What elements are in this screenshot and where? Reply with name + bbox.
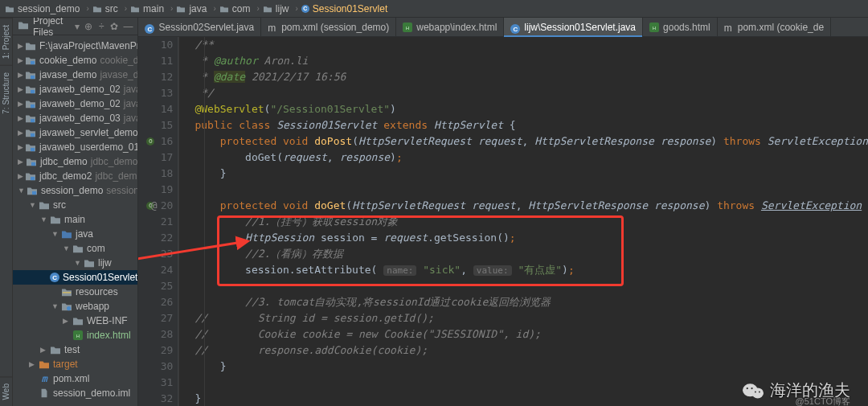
code-line[interactable]: @WebServlet("/Session01Servlet") xyxy=(194,101,868,117)
code-line[interactable]: //3. tomcat自动实现,将sessionId通过cookie返回给浏览器 xyxy=(194,294,868,310)
svg-text:H: H xyxy=(406,26,409,31)
project-sidebar: Project Files ▾ ⊕ ÷ ✿ — ▶F:\javaProject\… xyxy=(13,18,138,406)
tree-item[interactable]: ▼session_demosession_demo xyxy=(13,183,137,198)
tree-item[interactable]: session_demo.iml xyxy=(13,386,137,400)
tree-item[interactable]: ▼lijw xyxy=(13,256,137,270)
code-line[interactable]: //1.（挂号）获取session对象 xyxy=(194,214,868,230)
tool-web-tab[interactable]: Web xyxy=(0,376,12,406)
tree-item[interactable]: ▶target xyxy=(13,357,137,371)
class-icon: C xyxy=(145,23,154,32)
code-line[interactable]: // response.addCookie(cookie); xyxy=(194,342,868,359)
tool-project-tab[interactable]: 1: Project xyxy=(0,18,12,65)
tree-item[interactable]: ▼src xyxy=(13,198,137,212)
folderSemi-icon xyxy=(25,55,36,65)
breadcrumb-item[interactable]: com xyxy=(219,3,251,14)
code-area[interactable]: 101112131415o16171819o@20212223242526272… xyxy=(138,37,868,406)
tree-item[interactable]: ▶jdbc_demo2jdbc_demo2 xyxy=(13,169,137,183)
code-line[interactable]: //2.（看病）存数据 xyxy=(194,246,868,262)
svg-rect-1 xyxy=(31,76,35,79)
divide-icon[interactable]: ÷ xyxy=(97,21,105,32)
editor-tab[interactable]: Hgoods.html xyxy=(643,18,718,36)
code-line[interactable]: doGet(request, response); xyxy=(194,150,868,166)
svg-rect-10 xyxy=(63,292,71,293)
tree-item[interactable]: ▶jdbc_demojdbc_demo xyxy=(13,154,137,169)
tree-item[interactable]: ▼java xyxy=(13,227,137,241)
tree-item[interactable]: ▼com xyxy=(13,241,137,256)
breadcrumb-item[interactable]: src xyxy=(92,3,118,14)
editor-tab[interactable]: Clijw\Session01Servlet.java xyxy=(504,18,643,36)
folderSemi-icon xyxy=(25,84,36,94)
breadcrumb-item[interactable]: session_demo xyxy=(5,3,80,14)
html-icon: H xyxy=(72,330,84,340)
code-line[interactable]: // String id = session.getId(); xyxy=(194,310,868,326)
tree-item[interactable]: ▶javase_demojavase_demo xyxy=(13,68,137,82)
folder-icon xyxy=(18,20,33,32)
svg-rect-0 xyxy=(31,61,35,64)
folder-icon xyxy=(50,345,61,355)
code-line[interactable]: */ xyxy=(194,85,868,101)
code-line[interactable]: public class Session01Servlet extends Ht… xyxy=(194,117,868,133)
tree-item[interactable]: ▶WEB-INF xyxy=(13,314,137,328)
breadcrumb-item[interactable]: CSession01Servlet xyxy=(301,3,387,14)
code-line[interactable] xyxy=(194,182,868,198)
mvn-icon: m xyxy=(39,374,50,383)
code[interactable]: /** * @author Aron.li * @date 2021/2/17 … xyxy=(178,37,868,406)
sidebar-header: Project Files ▾ ⊕ ÷ ✿ — xyxy=(13,18,137,35)
folderSemi-icon xyxy=(25,70,36,80)
tree-item[interactable]: ▼webapp xyxy=(13,299,137,314)
code-line[interactable] xyxy=(194,278,868,294)
tree-item[interactable]: ▶javaweb_userdemo_01javaweb_userd xyxy=(13,140,137,154)
editor-tab[interactable]: mpom.xml (cookie_de xyxy=(718,18,831,36)
svg-point-20 xyxy=(752,388,764,398)
breadcrumb-item[interactable]: main xyxy=(130,3,164,14)
folder-icon xyxy=(72,316,84,326)
tool-strip: 1: Project 7: Structure Web xyxy=(0,18,13,406)
tree-item[interactable]: ▶javaweb_demo_02javaweb_demo_02 xyxy=(13,96,137,111)
code-line[interactable]: // Cookie cookie = new Cookie("JSESSIONI… xyxy=(194,326,868,342)
tree-item[interactable]: ▶cookie_democookie_demo xyxy=(13,53,137,68)
breadcrumb-item[interactable]: lijw xyxy=(263,3,289,14)
tree-item[interactable]: ▶javaweb_servlet_demo_01javaweb_se xyxy=(13,125,137,140)
code-line[interactable]: * @date 2021/2/17 16:56 xyxy=(194,69,868,85)
folder-icon xyxy=(84,258,95,268)
html-icon: H xyxy=(403,23,412,32)
editor-tab[interactable]: CSession02Servlet.java xyxy=(138,18,261,36)
folderSemi-icon xyxy=(26,157,37,166)
tool-structure-tab[interactable]: 7: Structure xyxy=(0,65,12,121)
svg-text:H: H xyxy=(653,26,656,31)
folderOrange-icon xyxy=(39,359,50,369)
code-line[interactable]: * @author Aron.li xyxy=(194,53,868,69)
breadcrumb-item[interactable]: java xyxy=(176,3,207,14)
project-tree[interactable]: ▶F:\javaProject\MavenPratice01▶cookie_de… xyxy=(13,35,137,404)
code-line[interactable]: } xyxy=(194,166,868,182)
code-line[interactable]: protected void doPost(HttpServletRequest… xyxy=(194,133,868,150)
svg-rect-9 xyxy=(32,191,36,195)
editor-tab[interactable]: mpom.xml (session_demo) xyxy=(261,18,396,36)
svg-text:H: H xyxy=(76,334,80,338)
code-line[interactable]: protected void doGet(HttpServletRequest … xyxy=(194,198,868,214)
folderWeb-icon xyxy=(61,301,72,311)
collapse-icon[interactable]: ⊕ xyxy=(84,21,92,32)
folder-icon xyxy=(50,215,61,224)
svg-rect-2 xyxy=(31,90,35,93)
file-icon xyxy=(39,388,50,398)
tree-item[interactable]: ▶F:\javaProject\MavenPratice01 xyxy=(13,39,137,53)
tree-item[interactable]: CSession01Servlet xyxy=(13,270,137,285)
gear-icon[interactable]: ✿ xyxy=(110,21,118,32)
code-line[interactable]: /** xyxy=(194,37,868,53)
tree-item[interactable]: ▶test xyxy=(13,342,137,357)
code-line[interactable]: } xyxy=(194,359,868,375)
tree-item[interactable]: mpom.xml xyxy=(13,371,137,386)
hide-icon[interactable]: — xyxy=(123,21,133,32)
tree-item[interactable]: Hindex.html xyxy=(13,328,137,342)
folderSemi-icon xyxy=(25,128,36,137)
code-line[interactable]: session.setAttribute( name: "sick", valu… xyxy=(194,262,868,278)
tree-item[interactable]: ▶javaweb_demo_03javaweb_demo_03 xyxy=(13,111,137,125)
tree-item[interactable]: ▶javaweb_demo_02javaweb_demo_02 xyxy=(13,82,137,96)
svg-point-11 xyxy=(67,306,71,310)
tree-item[interactable]: ▼main xyxy=(13,212,137,227)
tree-item[interactable]: resources xyxy=(13,285,137,299)
editor-tab[interactable]: Hwebapp\index.html xyxy=(396,18,504,36)
code-line[interactable]: HttpSession session = request.getSession… xyxy=(194,230,868,246)
svg-rect-5 xyxy=(31,133,35,137)
